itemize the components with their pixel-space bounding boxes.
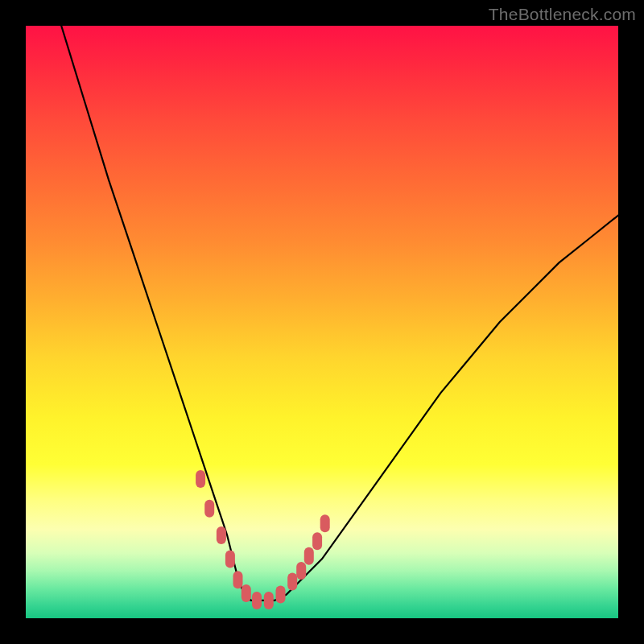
- curve-marker: [196, 470, 205, 488]
- curve-marker: [204, 500, 214, 518]
- curve-marker: [296, 562, 306, 580]
- curve-marker: [312, 532, 322, 550]
- curve-marker: [225, 550, 235, 568]
- curve-marker: [276, 586, 286, 604]
- chart-svg: [26, 26, 618, 618]
- curve-marker: [264, 592, 274, 609]
- curve-marker: [304, 547, 314, 565]
- curve-marker: [242, 584, 251, 602]
- curve-marker: [287, 572, 297, 590]
- chart-stage: TheBottleneck.com: [0, 0, 644, 644]
- curve-marker: [252, 592, 262, 609]
- plot-area: [26, 26, 618, 618]
- curve-marker: [233, 571, 243, 588]
- bottleneck-curve: [61, 26, 618, 601]
- curve-marker: [320, 514, 330, 532]
- curve-marker: [217, 526, 226, 544]
- marker-group: [196, 470, 330, 609]
- watermark-label: TheBottleneck.com: [489, 5, 636, 24]
